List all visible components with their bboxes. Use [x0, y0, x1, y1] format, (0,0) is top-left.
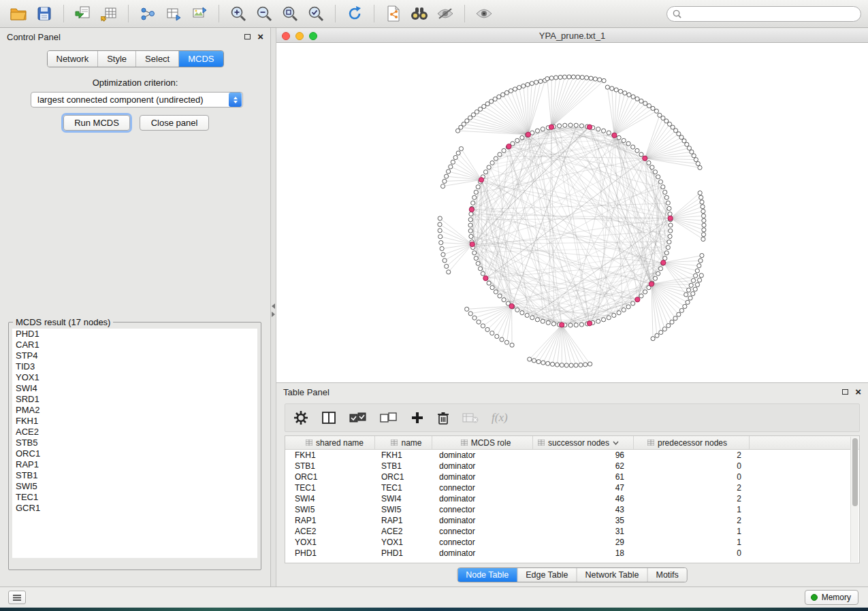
- scrollbar-thumb[interactable]: [852, 438, 858, 506]
- import-file-button[interactable]: [71, 3, 95, 24]
- zoom-out-icon: [255, 5, 273, 22]
- show-columns-icon[interactable]: [321, 411, 336, 425]
- tab-style[interactable]: Style: [98, 51, 136, 67]
- mcds-result-item[interactable]: SWI4: [12, 383, 257, 394]
- status-menu-button[interactable]: [8, 591, 26, 604]
- mcds-result-item[interactable]: FKH1: [12, 416, 257, 427]
- save-button[interactable]: [33, 3, 56, 24]
- table-row[interactable]: ORC1ORC1dominator610: [285, 472, 859, 482]
- panel-splitter[interactable]: [271, 28, 276, 587]
- table-cell: 1: [634, 505, 750, 514]
- memory-label: Memory: [822, 593, 851, 602]
- table-row[interactable]: RAP1RAP1dominator352: [285, 515, 859, 526]
- mcds-result-item[interactable]: SWI5: [12, 481, 257, 492]
- run-mcds-button[interactable]: Run MCDS: [63, 115, 130, 131]
- table-settings-gear-icon[interactable]: [293, 410, 308, 425]
- find-button[interactable]: [408, 3, 431, 24]
- mcds-result-title: MCDS result (17 nodes): [13, 317, 113, 327]
- mcds-result-item[interactable]: PMA2: [12, 405, 257, 416]
- tab-motifs[interactable]: Motifs: [647, 568, 686, 582]
- tab-network[interactable]: Network: [47, 51, 98, 67]
- table-row[interactable]: FKH1FKH1dominator962: [285, 450, 859, 461]
- header-label: MCDS role: [471, 438, 511, 448]
- table-row[interactable]: STB1STB1dominator620: [285, 461, 859, 472]
- table-cell: 1: [634, 538, 750, 547]
- table-cell: 0: [634, 461, 750, 471]
- open-button[interactable]: [7, 3, 30, 24]
- toolbar-separator: [63, 5, 64, 22]
- collapse-left-icon[interactable]: [272, 303, 275, 309]
- mcds-result-item[interactable]: CAR1: [12, 340, 257, 350]
- table-cell: dominator: [432, 461, 533, 471]
- mcds-result-item[interactable]: STP4: [12, 350, 257, 361]
- add-column-icon[interactable]: [411, 411, 424, 425]
- table-cell: RAP1: [375, 516, 432, 525]
- table-panel-header: Table Panel ×: [276, 383, 868, 401]
- mcds-result-item[interactable]: STB5: [12, 437, 257, 448]
- close-panel-icon[interactable]: ×: [257, 33, 263, 40]
- table-cell: SWI4: [375, 494, 432, 503]
- mcds-result-group: MCDS result (17 nodes) PHD1CAR1STP4TID3Y…: [8, 317, 261, 570]
- mcds-result-item[interactable]: TID3: [12, 361, 257, 372]
- column-header-name[interactable]: name: [375, 436, 432, 449]
- tab-select[interactable]: Select: [136, 51, 179, 67]
- tab-mcds[interactable]: MCDS: [179, 51, 223, 67]
- table-cell: PHD1: [375, 548, 432, 558]
- import-network-table-button[interactable]: [162, 3, 185, 24]
- table-cell: 2: [634, 516, 750, 525]
- column-header-successor-nodes[interactable]: successor nodes: [533, 436, 634, 449]
- table-scrollbar[interactable]: [850, 437, 858, 562]
- mcds-result-item[interactable]: ACE2: [12, 427, 257, 437]
- close-table-panel-icon[interactable]: ×: [855, 389, 861, 395]
- export-image-button[interactable]: [188, 3, 211, 24]
- collapse-right-icon[interactable]: [272, 312, 275, 317]
- table-cell: FKH1: [285, 450, 375, 460]
- unselect-all-icon[interactable]: [380, 412, 398, 424]
- table-row[interactable]: ACE2ACE2connector311: [285, 526, 859, 537]
- search-input[interactable]: [685, 9, 855, 18]
- mcds-result-item[interactable]: PHD1: [12, 329, 257, 340]
- mcds-result-item[interactable]: GCR1: [12, 503, 257, 514]
- zoom-out-button[interactable]: [253, 3, 276, 24]
- float-table-panel-icon[interactable]: [842, 389, 848, 395]
- select-all-icon[interactable]: [349, 412, 367, 424]
- mcds-result-item[interactable]: STB1: [12, 470, 257, 481]
- close-panel-button[interactable]: Close panel: [140, 115, 209, 131]
- refresh-button[interactable]: [343, 3, 366, 24]
- hide-details-button[interactable]: [434, 3, 457, 24]
- table-row[interactable]: SWI5SWI5connector431: [285, 504, 859, 515]
- table-row[interactable]: TEC1TEC1connector472: [285, 482, 859, 493]
- zoom-selected-button[interactable]: [304, 3, 327, 24]
- tab-edge-table[interactable]: Edge Table: [517, 568, 577, 582]
- table-row[interactable]: SWI4SWI4dominator462: [285, 493, 859, 504]
- memory-button[interactable]: Memory: [805, 590, 858, 605]
- zoom-fit-button[interactable]: [278, 3, 302, 24]
- table-row[interactable]: PHD1PHD1dominator180: [285, 548, 859, 559]
- tab-network-table[interactable]: Network Table: [577, 568, 648, 582]
- mcds-result-item[interactable]: TEC1: [12, 492, 257, 503]
- node-table: shared name name MCDS role successor nod…: [285, 435, 860, 563]
- float-panel-icon[interactable]: [244, 34, 251, 39]
- mcds-result-item[interactable]: SRD1: [12, 394, 257, 405]
- column-header-shared-name[interactable]: shared name: [285, 436, 375, 449]
- show-details-button[interactable]: [472, 3, 496, 24]
- delete-column-icon[interactable]: [437, 411, 449, 425]
- column-header-predecessor-nodes[interactable]: predecessor nodes: [634, 436, 750, 449]
- column-grid-icon: [391, 440, 398, 446]
- tab-node-table[interactable]: Node Table: [457, 568, 517, 582]
- toolbar-separator: [219, 5, 219, 22]
- column-header-mcds-role[interactable]: MCDS role: [432, 436, 533, 449]
- mcds-result-list[interactable]: PHD1CAR1STP4TID3YOX1SWI4SRD1PMA2FKH1ACE2…: [12, 329, 257, 558]
- mcds-result-item[interactable]: ORC1: [12, 448, 257, 459]
- table-panel-title: Table Panel: [283, 387, 329, 397]
- import-table-button[interactable]: [97, 3, 120, 24]
- mcds-result-item[interactable]: RAP1: [12, 459, 257, 470]
- table-row[interactable]: YOX1YOX1connector291: [285, 537, 859, 548]
- share-document-button[interactable]: [382, 3, 405, 24]
- import-network-button[interactable]: [136, 3, 159, 24]
- status-bar: Memory: [0, 587, 868, 608]
- network-canvas[interactable]: [276, 43, 868, 382]
- mcds-result-item[interactable]: YOX1: [12, 372, 257, 383]
- zoom-in-button[interactable]: [227, 3, 250, 24]
- optimization-criterion-select[interactable]: largest connected component (undirected): [31, 92, 243, 108]
